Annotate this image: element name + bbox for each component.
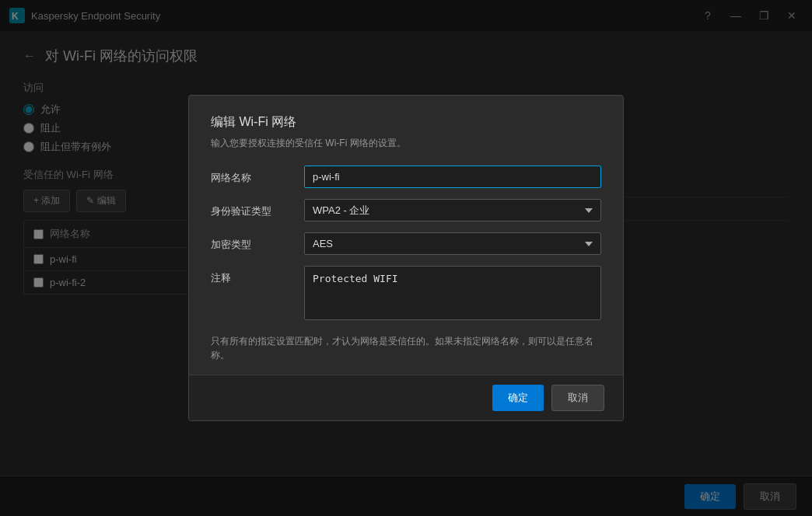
encrypt-type-field-area: 任意 无 TKIP AES	[304, 232, 601, 255]
auth-type-select[interactable]: 任意 开放 WPA WPA2 WPA2 - 企业 WPA3	[304, 199, 601, 221]
auth-type-label: 身份验证类型	[211, 199, 304, 218]
modal-subtitle: 输入您要授权连接的受信任 Wi-Fi 网络的设置。	[211, 137, 601, 150]
modal-body: 编辑 Wi-Fi 网络 输入您要授权连接的受信任 Wi-Fi 网络的设置。 网络…	[189, 96, 623, 362]
encrypt-type-label: 加密类型	[211, 232, 304, 252]
modal-overlay: 编辑 Wi-Fi 网络 输入您要授权连接的受信任 Wi-Fi 网络的设置。 网络…	[0, 0, 812, 516]
form-row-network-name: 网络名称	[211, 166, 601, 188]
network-name-label: 网络名称	[211, 166, 304, 185]
network-name-field-area	[304, 166, 601, 188]
form-row-encrypt-type: 加密类型 任意 无 TKIP AES	[211, 232, 601, 255]
comment-field-area: Protected WIFI	[304, 266, 601, 323]
edit-wifi-modal: 编辑 Wi-Fi 网络 输入您要授权连接的受信任 Wi-Fi 网络的设置。 网络…	[188, 95, 624, 421]
form-row-auth-type: 身份验证类型 任意 开放 WPA WPA2 WPA2 - 企业 WPA3	[211, 199, 601, 221]
modal-confirm-button[interactable]: 确定	[492, 385, 544, 411]
modal-note: 只有所有的指定设置匹配时，才认为网络是受信任的。如果未指定网络名称，则可以是任意…	[211, 334, 601, 362]
encrypt-type-select[interactable]: 任意 无 TKIP AES	[304, 232, 601, 255]
form-row-comment: 注释 Protected WIFI	[211, 266, 601, 323]
auth-type-field-area: 任意 开放 WPA WPA2 WPA2 - 企业 WPA3	[304, 199, 601, 221]
modal-title: 编辑 Wi-Fi 网络	[211, 114, 601, 131]
comment-textarea[interactable]: Protected WIFI	[304, 266, 601, 320]
modal-footer: 确定 取消	[189, 375, 623, 420]
network-name-input[interactable]	[304, 166, 601, 188]
comment-label: 注释	[211, 266, 304, 285]
modal-cancel-button[interactable]: 取消	[551, 385, 604, 411]
